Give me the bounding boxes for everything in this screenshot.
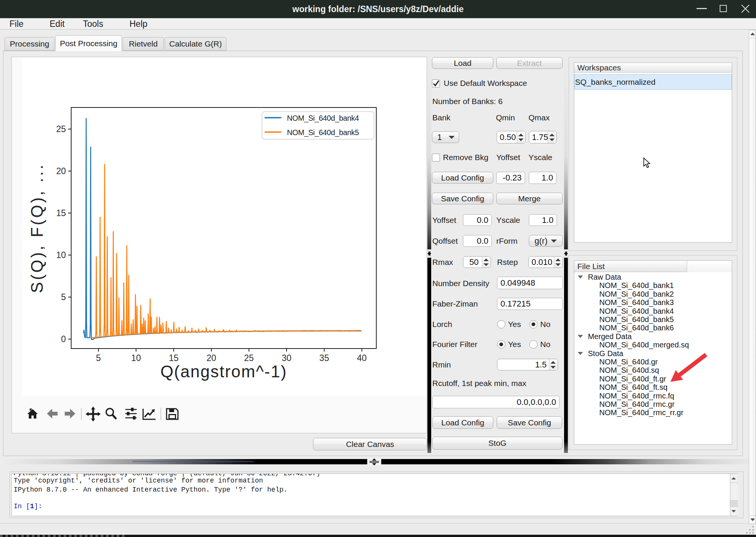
svg-text:10: 10: [131, 353, 141, 363]
svg-text:20: 20: [56, 166, 66, 176]
svg-text:NOM_Si_640d_bank4: NOM_Si_640d_bank4: [287, 114, 359, 123]
svg-text:15: 15: [169, 353, 179, 363]
svg-text:0: 0: [61, 334, 66, 344]
svg-text:5: 5: [61, 292, 66, 302]
svg-text:15: 15: [56, 208, 66, 218]
svg-text:NOM_Si_640d_bank5: NOM_Si_640d_bank5: [287, 128, 359, 137]
svg-text:35: 35: [320, 353, 329, 363]
svg-text:40: 40: [357, 353, 367, 363]
svg-text:25: 25: [56, 124, 66, 134]
svg-text:S(Q), F(Q), ...: S(Q), F(Q), ...: [28, 163, 46, 293]
svg-text:10: 10: [56, 250, 66, 260]
svg-text:30: 30: [282, 353, 291, 363]
svg-text:5: 5: [96, 353, 101, 363]
svg-text:20: 20: [206, 353, 216, 363]
svg-text:25: 25: [244, 353, 254, 363]
svg-text:Q(angstrom^-1): Q(angstrom^-1): [161, 362, 287, 381]
